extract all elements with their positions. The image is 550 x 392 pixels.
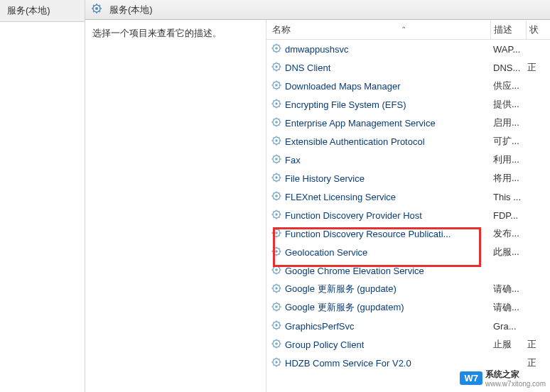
service-row[interactable]: Geolocation Service此服... (266, 243, 550, 261)
svg-point-71 (275, 158, 278, 160)
service-name-text: Function Discovery Resource Publicati... (285, 229, 451, 239)
service-desc-cell: 止服 (490, 338, 524, 351)
service-name-text: Google 更新服务 (gupdatem) (285, 301, 404, 314)
service-name-text: File History Service (285, 173, 365, 184)
service-row[interactable]: Encrypting File System (EFS)提供... (266, 95, 550, 114)
svg-point-121 (275, 250, 278, 253)
svg-line-188 (274, 364, 274, 365)
service-row[interactable]: Google 更新服务 (gupdatem)请确... (266, 298, 550, 317)
svg-line-139 (279, 266, 279, 267)
svg-line-56 (274, 119, 274, 119)
left-nav-item-services[interactable]: 服务(本地) (0, 0, 85, 22)
sort-caret-icon: ⌃ (401, 26, 406, 33)
service-desc-cell: 利用... (490, 153, 524, 166)
svg-line-107 (279, 217, 279, 217)
watermark: W7 系统之家 www.w7xitong.com (460, 369, 546, 388)
svg-line-137 (279, 272, 279, 273)
svg-line-17 (279, 50, 279, 51)
gear-icon (271, 172, 285, 185)
svg-point-51 (275, 121, 278, 124)
service-name-cell: File History Service (266, 172, 490, 185)
services-icon (91, 3, 105, 16)
service-row[interactable]: File History Service将用... (266, 169, 550, 187)
service-name-cell: Google Chrome Elevation Service (266, 264, 490, 278)
gear-icon (271, 61, 285, 75)
svg-point-11 (275, 47, 278, 50)
svg-line-157 (279, 309, 279, 310)
svg-line-168 (274, 327, 274, 328)
svg-line-118 (274, 235, 274, 236)
service-name-text: Fax (285, 155, 301, 165)
service-desc-cell: Gra... (490, 321, 524, 332)
service-name-cell: FLEXnet Licensing Service (266, 190, 490, 204)
svg-line-38 (274, 87, 274, 88)
service-row[interactable]: DNS ClientDNS...正 (266, 58, 550, 77)
service-name-text: GraphicsPerfSvc (285, 321, 355, 332)
service-row[interactable]: Function Discovery Provider HostFDP... (266, 206, 550, 224)
svg-point-141 (275, 287, 278, 290)
service-name-text: Encrypting File System (EFS) (285, 99, 406, 110)
service-status-cell: 正 (524, 356, 536, 369)
service-name-cell: Encrypting File System (EFS) (266, 98, 490, 111)
service-row[interactable]: Downloaded Maps Manager供应... (266, 77, 550, 95)
svg-line-18 (274, 50, 274, 51)
service-row[interactable]: dmwappushsvcWAP... (266, 40, 550, 58)
svg-line-149 (279, 285, 279, 285)
service-desc-cell: FDP... (490, 210, 524, 221)
svg-line-6 (93, 5, 95, 6)
service-name-text: Geolocation Service (285, 247, 367, 258)
column-name-label: 名称 (272, 23, 291, 36)
description-pane: 选择一个项目来查看它的描述。 (85, 20, 266, 392)
service-name-text: DNS Client (285, 62, 330, 73)
header-title: 服务(本地) (109, 4, 153, 16)
svg-line-108 (274, 217, 274, 217)
svg-line-9 (99, 5, 101, 6)
service-desc-cell: 将用... (490, 172, 524, 185)
service-name-cell: Function Discovery Resource Publicati... (266, 227, 490, 241)
svg-line-78 (274, 161, 274, 162)
svg-line-177 (279, 346, 279, 347)
service-row[interactable]: Function Discovery Resource Publicati...… (266, 224, 550, 243)
gear-icon (271, 320, 285, 333)
svg-line-49 (279, 100, 279, 101)
svg-line-148 (274, 290, 274, 291)
svg-point-181 (275, 361, 278, 364)
watermark-badge: W7 (460, 371, 482, 385)
service-name-cell: DNS Client (266, 61, 490, 75)
svg-point-91 (275, 195, 278, 197)
svg-point-41 (275, 102, 278, 105)
svg-line-28 (274, 69, 274, 70)
svg-line-178 (274, 346, 274, 347)
service-desc-cell: This ... (490, 192, 524, 202)
service-desc-cell: 请确... (490, 301, 524, 314)
service-row[interactable]: GraphicsPerfSvcGra... (266, 317, 550, 335)
svg-line-19 (279, 45, 279, 45)
svg-line-147 (279, 290, 279, 291)
gear-icon (271, 43, 285, 56)
svg-line-76 (274, 156, 274, 156)
gear-icon (271, 283, 285, 296)
service-row[interactable]: Fax利用... (266, 151, 550, 169)
service-row[interactable]: Enterprise App Management Service启用... (266, 114, 550, 132)
service-row[interactable]: FLEXnet Licensing ServiceThis ... (266, 187, 550, 206)
service-row[interactable]: Google 更新服务 (gupdate)请确... (266, 280, 550, 298)
column-header-status[interactable]: 状 (526, 21, 540, 39)
gear-icon (271, 227, 285, 241)
column-header-desc[interactable]: 描述 (490, 21, 526, 39)
service-name-cell: Geolocation Service (266, 246, 490, 259)
service-name-text: Function Discovery Provider Host (285, 210, 422, 221)
svg-line-59 (279, 119, 279, 119)
column-header-name[interactable]: 名称 ⌃ (266, 21, 490, 39)
svg-line-146 (274, 285, 274, 285)
service-row[interactable]: Extensible Authentication Protocol可扩... (266, 132, 550, 151)
service-row[interactable]: Group Policy Client止服正 (266, 335, 550, 354)
svg-line-58 (274, 124, 274, 125)
service-row[interactable]: Google Chrome Elevation Service (266, 261, 550, 280)
svg-line-8 (93, 11, 95, 13)
gear-icon (271, 338, 285, 352)
svg-line-167 (279, 327, 279, 328)
svg-line-27 (279, 69, 279, 70)
watermark-url: www.w7xitong.com (485, 381, 546, 388)
service-name-cell: Fax (266, 153, 490, 167)
service-desc-cell: DNS... (490, 62, 524, 73)
